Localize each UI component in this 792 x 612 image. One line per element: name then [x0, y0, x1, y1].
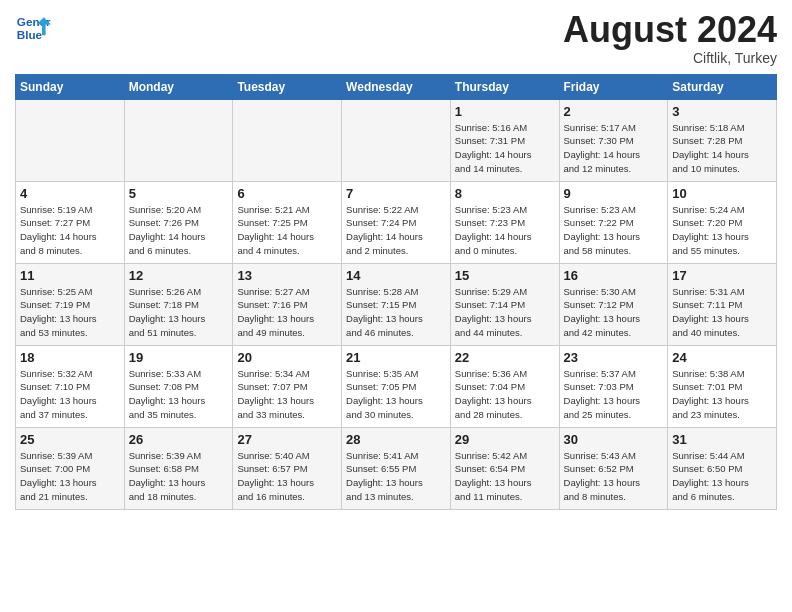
day-info: Sunrise: 5:18 AM Sunset: 7:28 PM Dayligh… — [672, 121, 772, 176]
day-number: 19 — [129, 350, 229, 365]
day-info: Sunrise: 5:25 AM Sunset: 7:19 PM Dayligh… — [20, 285, 120, 340]
day-number: 24 — [672, 350, 772, 365]
header-row: SundayMondayTuesdayWednesdayThursdayFrid… — [16, 74, 777, 99]
day-info: Sunrise: 5:36 AM Sunset: 7:04 PM Dayligh… — [455, 367, 555, 422]
day-number: 18 — [20, 350, 120, 365]
day-info: Sunrise: 5:44 AM Sunset: 6:50 PM Dayligh… — [672, 449, 772, 504]
day-cell: 11Sunrise: 5:25 AM Sunset: 7:19 PM Dayli… — [16, 263, 125, 345]
day-cell: 5Sunrise: 5:20 AM Sunset: 7:26 PM Daylig… — [124, 181, 233, 263]
day-number: 20 — [237, 350, 337, 365]
header: General Blue August 2024 Ciftlik, Turkey — [15, 10, 777, 66]
day-cell: 18Sunrise: 5:32 AM Sunset: 7:10 PM Dayli… — [16, 345, 125, 427]
week-row-2: 4Sunrise: 5:19 AM Sunset: 7:27 PM Daylig… — [16, 181, 777, 263]
col-header-friday: Friday — [559, 74, 668, 99]
week-row-1: 1Sunrise: 5:16 AM Sunset: 7:31 PM Daylig… — [16, 99, 777, 181]
day-number: 8 — [455, 186, 555, 201]
day-cell: 12Sunrise: 5:26 AM Sunset: 7:18 PM Dayli… — [124, 263, 233, 345]
day-cell: 8Sunrise: 5:23 AM Sunset: 7:23 PM Daylig… — [450, 181, 559, 263]
day-info: Sunrise: 5:39 AM Sunset: 6:58 PM Dayligh… — [129, 449, 229, 504]
day-info: Sunrise: 5:23 AM Sunset: 7:23 PM Dayligh… — [455, 203, 555, 258]
week-row-4: 18Sunrise: 5:32 AM Sunset: 7:10 PM Dayli… — [16, 345, 777, 427]
day-info: Sunrise: 5:23 AM Sunset: 7:22 PM Dayligh… — [564, 203, 664, 258]
day-number: 2 — [564, 104, 664, 119]
day-cell — [16, 99, 125, 181]
day-info: Sunrise: 5:22 AM Sunset: 7:24 PM Dayligh… — [346, 203, 446, 258]
day-number: 16 — [564, 268, 664, 283]
day-info: Sunrise: 5:32 AM Sunset: 7:10 PM Dayligh… — [20, 367, 120, 422]
day-number: 13 — [237, 268, 337, 283]
day-number: 12 — [129, 268, 229, 283]
day-cell: 28Sunrise: 5:41 AM Sunset: 6:55 PM Dayli… — [342, 427, 451, 509]
day-number: 17 — [672, 268, 772, 283]
day-cell: 15Sunrise: 5:29 AM Sunset: 7:14 PM Dayli… — [450, 263, 559, 345]
day-cell: 23Sunrise: 5:37 AM Sunset: 7:03 PM Dayli… — [559, 345, 668, 427]
day-number: 5 — [129, 186, 229, 201]
week-row-3: 11Sunrise: 5:25 AM Sunset: 7:19 PM Dayli… — [16, 263, 777, 345]
day-info: Sunrise: 5:42 AM Sunset: 6:54 PM Dayligh… — [455, 449, 555, 504]
col-header-saturday: Saturday — [668, 74, 777, 99]
day-number: 25 — [20, 432, 120, 447]
day-cell: 6Sunrise: 5:21 AM Sunset: 7:25 PM Daylig… — [233, 181, 342, 263]
page: General Blue August 2024 Ciftlik, Turkey… — [0, 0, 792, 520]
day-cell: 29Sunrise: 5:42 AM Sunset: 6:54 PM Dayli… — [450, 427, 559, 509]
col-header-wednesday: Wednesday — [342, 74, 451, 99]
day-cell: 1Sunrise: 5:16 AM Sunset: 7:31 PM Daylig… — [450, 99, 559, 181]
day-info: Sunrise: 5:20 AM Sunset: 7:26 PM Dayligh… — [129, 203, 229, 258]
day-cell: 4Sunrise: 5:19 AM Sunset: 7:27 PM Daylig… — [16, 181, 125, 263]
col-header-monday: Monday — [124, 74, 233, 99]
day-cell: 20Sunrise: 5:34 AM Sunset: 7:07 PM Dayli… — [233, 345, 342, 427]
day-info: Sunrise: 5:35 AM Sunset: 7:05 PM Dayligh… — [346, 367, 446, 422]
day-number: 1 — [455, 104, 555, 119]
day-number: 28 — [346, 432, 446, 447]
svg-text:Blue: Blue — [17, 28, 43, 41]
day-cell: 27Sunrise: 5:40 AM Sunset: 6:57 PM Dayli… — [233, 427, 342, 509]
day-info: Sunrise: 5:16 AM Sunset: 7:31 PM Dayligh… — [455, 121, 555, 176]
day-info: Sunrise: 5:41 AM Sunset: 6:55 PM Dayligh… — [346, 449, 446, 504]
day-cell: 25Sunrise: 5:39 AM Sunset: 7:00 PM Dayli… — [16, 427, 125, 509]
day-info: Sunrise: 5:30 AM Sunset: 7:12 PM Dayligh… — [564, 285, 664, 340]
day-cell: 17Sunrise: 5:31 AM Sunset: 7:11 PM Dayli… — [668, 263, 777, 345]
day-cell: 9Sunrise: 5:23 AM Sunset: 7:22 PM Daylig… — [559, 181, 668, 263]
day-cell: 14Sunrise: 5:28 AM Sunset: 7:15 PM Dayli… — [342, 263, 451, 345]
day-cell — [233, 99, 342, 181]
logo-icon: General Blue — [15, 10, 51, 46]
day-info: Sunrise: 5:38 AM Sunset: 7:01 PM Dayligh… — [672, 367, 772, 422]
calendar-table: SundayMondayTuesdayWednesdayThursdayFrid… — [15, 74, 777, 510]
day-info: Sunrise: 5:19 AM Sunset: 7:27 PM Dayligh… — [20, 203, 120, 258]
day-number: 9 — [564, 186, 664, 201]
day-cell: 16Sunrise: 5:30 AM Sunset: 7:12 PM Dayli… — [559, 263, 668, 345]
day-number: 4 — [20, 186, 120, 201]
day-number: 30 — [564, 432, 664, 447]
day-info: Sunrise: 5:21 AM Sunset: 7:25 PM Dayligh… — [237, 203, 337, 258]
day-number: 15 — [455, 268, 555, 283]
day-cell: 31Sunrise: 5:44 AM Sunset: 6:50 PM Dayli… — [668, 427, 777, 509]
day-number: 29 — [455, 432, 555, 447]
day-cell — [124, 99, 233, 181]
day-number: 23 — [564, 350, 664, 365]
day-number: 26 — [129, 432, 229, 447]
day-cell: 24Sunrise: 5:38 AM Sunset: 7:01 PM Dayli… — [668, 345, 777, 427]
logo: General Blue — [15, 10, 51, 46]
day-cell — [342, 99, 451, 181]
day-info: Sunrise: 5:43 AM Sunset: 6:52 PM Dayligh… — [564, 449, 664, 504]
month-title: August 2024 — [563, 10, 777, 50]
day-cell: 30Sunrise: 5:43 AM Sunset: 6:52 PM Dayli… — [559, 427, 668, 509]
day-number: 3 — [672, 104, 772, 119]
col-header-sunday: Sunday — [16, 74, 125, 99]
day-number: 21 — [346, 350, 446, 365]
day-info: Sunrise: 5:26 AM Sunset: 7:18 PM Dayligh… — [129, 285, 229, 340]
day-info: Sunrise: 5:39 AM Sunset: 7:00 PM Dayligh… — [20, 449, 120, 504]
day-info: Sunrise: 5:33 AM Sunset: 7:08 PM Dayligh… — [129, 367, 229, 422]
calendar-body: 1Sunrise: 5:16 AM Sunset: 7:31 PM Daylig… — [16, 99, 777, 509]
day-info: Sunrise: 5:28 AM Sunset: 7:15 PM Dayligh… — [346, 285, 446, 340]
day-cell: 10Sunrise: 5:24 AM Sunset: 7:20 PM Dayli… — [668, 181, 777, 263]
day-info: Sunrise: 5:29 AM Sunset: 7:14 PM Dayligh… — [455, 285, 555, 340]
day-cell: 19Sunrise: 5:33 AM Sunset: 7:08 PM Dayli… — [124, 345, 233, 427]
week-row-5: 25Sunrise: 5:39 AM Sunset: 7:00 PM Dayli… — [16, 427, 777, 509]
day-number: 14 — [346, 268, 446, 283]
day-info: Sunrise: 5:24 AM Sunset: 7:20 PM Dayligh… — [672, 203, 772, 258]
day-cell: 26Sunrise: 5:39 AM Sunset: 6:58 PM Dayli… — [124, 427, 233, 509]
day-info: Sunrise: 5:27 AM Sunset: 7:16 PM Dayligh… — [237, 285, 337, 340]
day-number: 6 — [237, 186, 337, 201]
day-cell: 2Sunrise: 5:17 AM Sunset: 7:30 PM Daylig… — [559, 99, 668, 181]
